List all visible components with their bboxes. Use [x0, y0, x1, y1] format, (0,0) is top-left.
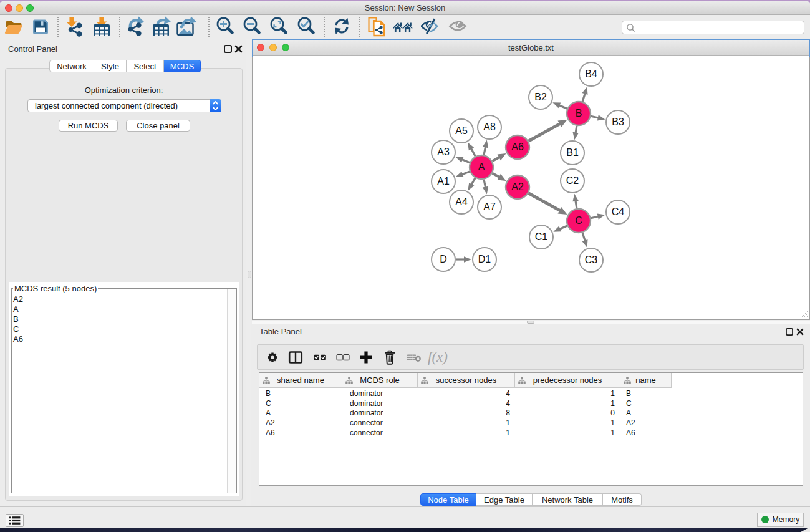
svg-text:C3: C3: [585, 254, 598, 265]
svg-text:C2: C2: [566, 175, 579, 186]
svg-text:B: B: [576, 108, 582, 118]
svg-text:B3: B3: [612, 117, 624, 127]
svg-text:A4: A4: [455, 196, 468, 207]
svg-text:C: C: [575, 215, 582, 226]
svg-text:A8: A8: [483, 122, 496, 132]
svg-text:A: A: [478, 162, 485, 172]
svg-text:A6: A6: [511, 142, 524, 152]
svg-text:B4: B4: [585, 69, 597, 79]
svg-text:A7: A7: [483, 201, 496, 212]
svg-text:D1: D1: [478, 254, 491, 264]
svg-text:D: D: [440, 254, 447, 264]
svg-text:C4: C4: [612, 206, 625, 217]
svg-text:A5: A5: [455, 125, 468, 136]
svg-text:C1: C1: [535, 231, 548, 242]
svg-text:A1: A1: [437, 176, 450, 186]
svg-text:B2: B2: [534, 92, 547, 102]
svg-text:A3: A3: [437, 147, 450, 157]
svg-text:B1: B1: [566, 147, 579, 158]
svg-text:A2: A2: [511, 181, 524, 192]
